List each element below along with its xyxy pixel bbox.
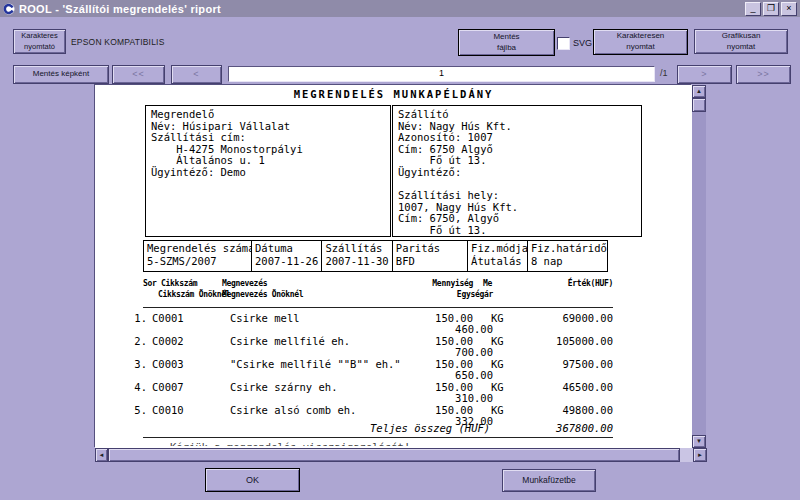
item-unit-price: 650.00 [413, 369, 493, 381]
item-unit-price: 310.00 [413, 392, 493, 404]
item-code: C0002 [152, 335, 184, 347]
character-printer-button[interactable]: Karakteres nyomtató [13, 29, 66, 54]
item-value: 49800.00 [523, 404, 613, 416]
workbook-button[interactable]: Munkafüzetbe [502, 469, 596, 492]
save-as-image-button[interactable]: Mentés képként [13, 65, 109, 84]
svg-checkbox-label: SVG [573, 38, 592, 48]
item-code: C0007 [152, 381, 184, 393]
page-total-label: /1 [660, 68, 668, 78]
scroll-up-icon[interactable]: ▲ [692, 85, 706, 98]
title-bar: ROOL - 'Szállítói megrendelés' riport _ … [0, 0, 800, 17]
svg-checkbox[interactable] [557, 37, 570, 50]
total-label: Teljes összeg (HUF) [370, 422, 490, 434]
footer-divider [143, 437, 613, 438]
supplier-box: Szállító Név: Nagy Hús Kft. Azonosító: 1… [392, 105, 642, 237]
info-cell: Szállítás 2007-11-30 [322, 241, 392, 271]
report-preview: MEGRENDELÉS MUNKAPÉLDÁNY Megrendelő Név:… [95, 85, 707, 462]
info-value: 2007-11-26 [255, 255, 321, 268]
total-value: 367800.00 [523, 422, 613, 434]
item-value: 97500.00 [523, 358, 613, 370]
info-value: BFD [396, 255, 467, 268]
item-name: Csirke szárny eh. [230, 381, 337, 393]
table-row: 4. C0007 Csirke szárny eh. 150.00 KG 465… [95, 381, 692, 404]
scroll-down-icon[interactable]: ▼ [692, 435, 706, 448]
item-number: 2. [133, 335, 147, 347]
clipped-footer-line: Kérjük a megrendelés visszaigazolását! [170, 441, 500, 446]
character-print-button[interactable]: Karakteresen nyomtat [593, 29, 688, 55]
vertical-scrollbar[interactable]: ▲ ▼ [692, 85, 706, 448]
col-header-megnevezes: Megnevezés [222, 279, 267, 288]
item-code: C0003 [152, 358, 184, 370]
col-header-cikkszam-onoknel: Cikkszám Önöknél [158, 290, 230, 299]
col-header-ertek: Érték(HUF) [523, 279, 613, 288]
item-number: 3. [133, 358, 147, 370]
info-cell: Dátuma 2007-11-26 [252, 241, 322, 271]
info-value: Átutalás [471, 255, 527, 268]
first-page-button[interactable]: << [112, 65, 165, 84]
order-info-table: Megrendelés száma 5-SZMS/2007 Dátuma 200… [143, 240, 608, 272]
ok-button[interactable]: OK [205, 468, 300, 492]
col-header-egysegar: Egységár [413, 290, 493, 299]
item-value: 105000.00 [523, 335, 613, 347]
window-title: ROOL - 'Szállítói megrendelés' riport [19, 3, 221, 15]
app-logo-icon [3, 3, 15, 15]
info-header: Szállítás [325, 242, 391, 255]
info-cell: Fiz.határidő 8 nap [528, 241, 607, 271]
close-button[interactable]: × [781, 2, 797, 16]
item-name: Csirke alsó comb eh. [230, 404, 356, 416]
horizontal-scroll-thumb[interactable] [108, 448, 680, 462]
last-page-button[interactable]: >> [736, 65, 791, 84]
info-header: Megrendelés száma [147, 242, 251, 255]
info-cell: Paritás BFD [393, 241, 468, 271]
next-page-button[interactable]: > [677, 65, 732, 84]
item-number: 4. [133, 381, 147, 393]
item-unit-price: 460.00 [413, 323, 493, 335]
item-number: 5. [133, 404, 147, 416]
item-unit-price: 700.00 [413, 346, 493, 358]
table-row: 3. C0003 "Csirke mellfilé ""B"" eh." 150… [95, 358, 692, 381]
col-header-me: Me [483, 279, 492, 288]
document-page: MEGRENDELÉS MUNKAPÉLDÁNY Megrendelő Név:… [95, 85, 692, 448]
info-header: Fiz.módja [471, 242, 527, 255]
info-value: 8 nap [531, 255, 607, 268]
item-name: Csirke mellfilé eh. [230, 335, 350, 347]
item-number: 1. [133, 312, 147, 324]
maximize-button[interactable]: ❐ [763, 2, 779, 16]
info-value: 2007-11-30 [325, 255, 391, 268]
item-value: 46500.00 [523, 381, 613, 393]
horizontal-scrollbar[interactable]: ◄ ► [95, 448, 707, 462]
scroll-left-icon[interactable]: ◄ [95, 448, 108, 462]
prev-page-button[interactable]: < [171, 65, 222, 84]
col-header-sor-cikkszam: Sor Cikkszám [143, 279, 197, 288]
page-number-field[interactable]: 1 [228, 66, 655, 82]
header-divider [143, 307, 613, 308]
info-header: Fiz.határidő [531, 242, 607, 255]
minimize-button[interactable]: _ [745, 2, 761, 16]
item-name: Csirke mell [230, 312, 300, 324]
printer-name-label: EPSON KOMPATIBILIS [71, 37, 165, 47]
item-value: 69000.00 [523, 312, 613, 324]
col-header-megnevezes-onoknel: Megnevezés Önöknél [222, 290, 303, 299]
document-title: MEGRENDELÉS MUNKAPÉLDÁNY [95, 88, 692, 100]
graphic-print-button[interactable]: Grafikusan nyomtat [694, 29, 788, 54]
item-name: "Csirke mellfilé ""B"" eh." [230, 358, 401, 370]
vertical-scroll-thumb[interactable] [692, 98, 706, 112]
table-row: 2. C0002 Csirke mellfilé eh. 150.00 KG 1… [95, 335, 692, 358]
save-to-file-button[interactable]: Mentés fájlba [458, 29, 555, 56]
info-header: Dátuma [255, 242, 321, 255]
item-code: C0001 [152, 312, 184, 324]
orderer-box: Megrendelő Név: Húsipari Vállalat Szállí… [145, 105, 391, 237]
info-value: 5-SZMS/2007 [147, 255, 251, 268]
info-cell: Fiz.módja Átutalás [468, 241, 528, 271]
scroll-right-icon[interactable]: ► [693, 448, 707, 462]
info-cell: Megrendelés száma 5-SZMS/2007 [144, 241, 252, 271]
table-row: 1. C0001 Csirke mell 150.00 KG 69000.00 … [95, 312, 692, 335]
info-header: Paritás [396, 242, 467, 255]
col-header-mennyiseg: Mennyiség [425, 279, 473, 288]
item-code: C0010 [152, 404, 184, 416]
